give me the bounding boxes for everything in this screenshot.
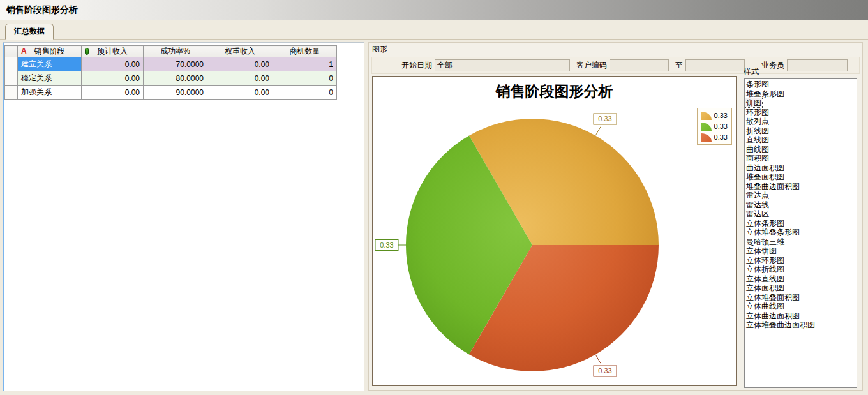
style-list-item[interactable]: 饼图 xyxy=(745,98,857,108)
row-selector-header[interactable] xyxy=(5,46,18,57)
legend-entry: 0.33 xyxy=(701,133,728,142)
style-list-item[interactable]: 立体曲线图 xyxy=(745,302,857,311)
col-header-expected-income[interactable]: 预计收入 xyxy=(82,46,144,57)
style-list-item[interactable]: 堆叠曲边面积图 xyxy=(745,182,857,191)
window-title: 销售阶段图形分析 xyxy=(0,4,78,16)
window-titlebar: 销售阶段图形分析 xyxy=(0,0,868,20)
style-list-item[interactable]: 曼哈顿三维 xyxy=(745,237,857,247)
style-list-item[interactable]: 散列点 xyxy=(745,117,857,126)
summary-grid-pane: A 销售阶段 预计收入 成功率% 权重收入 商机数量 xyxy=(3,42,364,391)
style-list-item[interactable]: 面积图 xyxy=(745,154,857,163)
table-cell[interactable]: 90.0000 xyxy=(144,86,207,100)
style-list-item[interactable]: 立体环形图 xyxy=(745,256,857,265)
style-list-item[interactable]: 立体饼图 xyxy=(745,246,857,256)
col-header-label: 商机数量 xyxy=(290,47,320,56)
style-list-item[interactable]: 雷达点 xyxy=(745,191,857,200)
summary-table: A 销售阶段 预计收入 成功率% 权重收入 商机数量 xyxy=(4,45,337,100)
start-date-label: 开始日期 xyxy=(401,60,432,71)
style-list-item[interactable]: 立体折线图 xyxy=(745,265,857,274)
style-list-item[interactable]: 曲边面积图 xyxy=(745,163,857,173)
legend-label: 0.33 xyxy=(714,123,728,130)
chart-title: 销售阶段图形分析 xyxy=(373,82,736,101)
graph-group-label: 图形 xyxy=(369,43,862,57)
table-cell[interactable]: 1 xyxy=(273,57,337,71)
legend-label: 0.33 xyxy=(714,112,728,119)
style-list-item[interactable]: 折线图 xyxy=(745,126,857,136)
pie-chart: 0.330.330.33 xyxy=(373,77,737,387)
text-field-icon: A xyxy=(21,47,27,56)
table-cell[interactable]: 0 xyxy=(273,71,337,86)
table-cell[interactable]: 加强关系 xyxy=(18,86,82,100)
row-selector[interactable] xyxy=(5,71,18,86)
col-header-label: 成功率% xyxy=(160,47,190,56)
style-list-item[interactable]: 环形图 xyxy=(745,108,857,117)
slice-label: 0.33 xyxy=(598,115,611,123)
table-row: 稳定关系0.0080.00000.000 xyxy=(5,71,337,86)
chart-legend: 0.330.330.33 xyxy=(697,108,732,145)
to-label: 至 xyxy=(675,60,683,71)
legend-entry: 0.33 xyxy=(701,122,728,131)
chart-area: 0.330.330.33 销售阶段图形分析 0.330.330.33 xyxy=(372,76,737,386)
table-header-row: A 销售阶段 预计收入 成功率% 权重收入 商机数量 xyxy=(5,46,337,57)
tab-summary-data[interactable]: 汇总数据 xyxy=(5,24,54,40)
customer-code-label: 客户编码 xyxy=(576,60,607,71)
style-panel: 样式 条形图堆叠条形图饼图环形图散列点折线图直线图曲线图面积图曲边面积图堆叠面积… xyxy=(742,66,861,389)
style-list-item[interactable]: 立体条形图 xyxy=(745,219,857,228)
style-list[interactable]: 条形图堆叠条形图饼图环形图散列点折线图直线图曲线图面积图曲边面积图堆叠面积图堆叠… xyxy=(744,78,857,388)
legend-entry: 0.33 xyxy=(701,111,728,120)
col-header-label: 预计收入 xyxy=(97,47,128,56)
table-cell[interactable]: 0 xyxy=(273,86,337,100)
style-list-item[interactable]: 堆叠面积图 xyxy=(745,172,857,182)
legend-swatch-icon xyxy=(701,112,712,120)
style-list-item[interactable]: 条形图 xyxy=(745,80,857,89)
start-date-input[interactable] xyxy=(435,59,570,71)
col-header-label: 权重收入 xyxy=(225,47,255,56)
tab-bar: 汇总数据 xyxy=(0,20,868,40)
col-header-opportunity-count[interactable]: 商机数量 xyxy=(273,46,337,57)
table-cell[interactable]: 建立关系 xyxy=(18,57,82,71)
style-list-item[interactable]: 立体堆叠曲边面积图 xyxy=(745,320,857,330)
table-cell[interactable]: 0.00 xyxy=(207,71,273,86)
table-cell[interactable]: 0.00 xyxy=(82,86,144,100)
grid-body: 建立关系0.0070.00000.001稳定关系0.0080.00000.000… xyxy=(5,57,337,100)
col-header-weighted-income[interactable]: 权重收入 xyxy=(207,46,273,57)
style-list-item[interactable]: 立体直线图 xyxy=(745,274,857,284)
table-cell[interactable]: 0.00 xyxy=(82,57,144,71)
table-row: 建立关系0.0070.00000.001 xyxy=(5,57,337,71)
label-leader-line xyxy=(595,127,601,136)
style-list-item[interactable]: 雷达区 xyxy=(745,209,857,219)
style-list-item[interactable]: 立体面积图 xyxy=(745,283,857,293)
col-header-sales-stage[interactable]: A 销售阶段 xyxy=(18,46,82,57)
table-cell[interactable]: 稳定关系 xyxy=(18,71,82,86)
table-cell[interactable]: 80.0000 xyxy=(144,71,207,86)
graph-panel: 图形 开始日期 客户编码 至 业务员 0.330.330.33 销售阶段图形分析… xyxy=(368,42,863,391)
style-list-item[interactable]: 曲线图 xyxy=(745,145,857,154)
style-list-item[interactable]: 立体堆叠条形图 xyxy=(745,228,857,237)
customer-code-input[interactable] xyxy=(610,59,669,71)
style-group-label: 样式 xyxy=(742,66,861,78)
legend-swatch-icon xyxy=(701,133,712,142)
col-header-success-rate[interactable]: 成功率% xyxy=(144,46,207,57)
label-leader-line xyxy=(595,354,601,363)
row-selector[interactable] xyxy=(5,57,18,71)
slice-label: 0.33 xyxy=(598,367,611,375)
numeric-field-icon xyxy=(85,48,89,55)
table-cell[interactable]: 0.00 xyxy=(82,71,144,86)
legend-label: 0.33 xyxy=(714,133,728,141)
customer-code-to-input[interactable] xyxy=(685,59,745,71)
content-area: A 销售阶段 预计收入 成功率% 权重收入 商机数量 xyxy=(0,40,868,395)
legend-swatch-icon xyxy=(701,123,712,131)
table-cell[interactable]: 0.00 xyxy=(207,57,273,71)
style-list-item[interactable]: 堆叠条形图 xyxy=(745,89,857,99)
row-selector[interactable] xyxy=(5,86,18,100)
style-list-item[interactable]: 立体曲边面积图 xyxy=(745,311,857,321)
table-cell[interactable]: 70.0000 xyxy=(144,57,207,71)
table-cell[interactable]: 0.00 xyxy=(207,86,273,100)
col-header-label: 销售阶段 xyxy=(34,47,65,56)
slice-label: 0.33 xyxy=(380,241,393,249)
style-list-item[interactable]: 直线图 xyxy=(745,135,857,145)
style-list-item[interactable]: 立体堆叠面积图 xyxy=(745,293,857,302)
style-list-item[interactable]: 雷达线 xyxy=(745,200,857,210)
table-row: 加强关系0.0090.00000.000 xyxy=(5,86,337,100)
